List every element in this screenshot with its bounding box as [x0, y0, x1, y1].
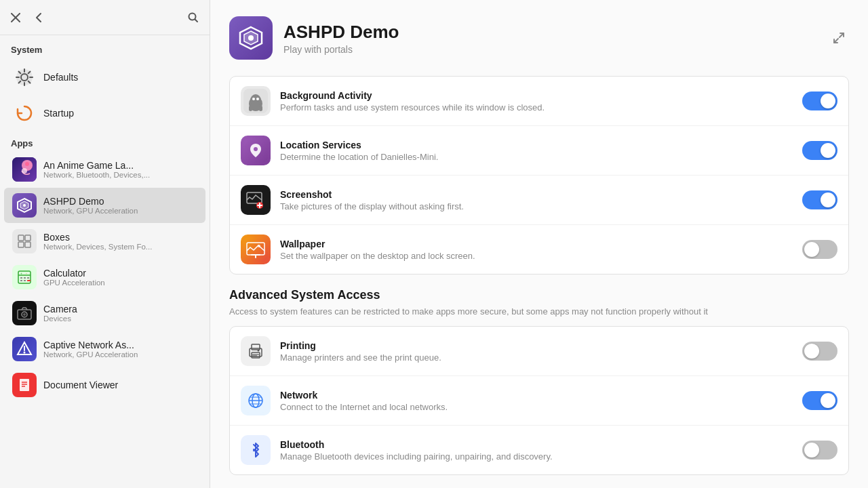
sidebar-item-document-viewer[interactable]: Document Viewer: [4, 367, 205, 403]
printing-row: Printing Manage printers and see the pri…: [230, 327, 848, 376]
printing-toggle-knob: [804, 344, 819, 359]
location-services-text: Location Services Determine the location…: [280, 140, 793, 162]
screenshot-text: Screenshot Take pictures of the display …: [280, 189, 793, 211]
svg-rect-57: [259, 106, 262, 111]
camera-text: Camera Devices: [43, 304, 77, 323]
printing-toggle[interactable]: [802, 342, 837, 361]
network-title: Network: [280, 390, 793, 401]
calculator-icon: + -: [12, 265, 37, 289]
defaults-text: Defaults: [43, 72, 78, 83]
app-title: ASHPD Demo: [283, 22, 399, 43]
apps-section-label: Apps: [0, 131, 210, 151]
wallpaper-icon: [241, 235, 271, 264]
background-activity-title: Background Activity: [280, 90, 793, 101]
sidebar: System Defaults: [0, 0, 210, 488]
svg-point-67: [258, 245, 260, 247]
printing-icon: [241, 336, 271, 366]
ashpd-text: ASHPD Demo Network, GPU Acceleration: [43, 196, 138, 215]
camera-title: Camera: [43, 304, 77, 314]
svg-point-55: [256, 98, 259, 100]
location-services-toggle[interactable]: [802, 141, 837, 160]
svg-line-3: [195, 19, 198, 22]
screenshot-row: Screenshot Take pictures of the display …: [230, 176, 848, 225]
back-button[interactable]: [31, 9, 47, 26]
svg-rect-70: [243, 339, 268, 363]
location-services-toggle-knob: [821, 143, 835, 158]
advanced-section-label: Advanced System Access: [229, 288, 849, 302]
location-services-title: Location Services: [280, 140, 793, 150]
anime-game-sub: Network, Bluetooth, Devices,...: [43, 171, 150, 179]
svg-point-76: [258, 350, 260, 352]
network-icon: [241, 386, 271, 415]
ashpd-sub: Network, GPU Acceleration: [43, 207, 138, 215]
app-header-text: ASHPD Demo Play with portals: [283, 22, 399, 55]
network-toggle-knob: [821, 393, 835, 408]
close-button[interactable]: [8, 10, 23, 25]
sidebar-item-boxes[interactable]: Boxes Network, Devices, System Fo...: [4, 224, 205, 259]
svg-rect-24: [25, 242, 31, 247]
location-services-desc: Determine the location of Danielles-Mini…: [280, 152, 793, 162]
calculator-text: Calculator GPU Acceleration: [43, 268, 105, 287]
sidebar-item-defaults[interactable]: Defaults: [4, 60, 205, 95]
advanced-permissions-group: Printing Manage printers and see the pri…: [229, 326, 849, 475]
permissions-group: Background Activity Perform tasks and us…: [229, 76, 849, 274]
svg-point-48: [248, 35, 254, 41]
search-button[interactable]: [185, 9, 201, 26]
boxes-sub: Network, Devices, System Fo...: [43, 243, 152, 251]
wallpaper-title: Wallpaper: [280, 239, 793, 249]
advanced-section-desc: Access to system features can be restric…: [229, 306, 849, 317]
anime-game-text: An Anime Game La... Network, Bluetooth, …: [43, 160, 150, 179]
sidebar-item-anime-game[interactable]: An Anime Game La... Network, Bluetooth, …: [4, 152, 205, 187]
sidebar-item-startup[interactable]: Startup: [4, 96, 205, 131]
bluetooth-toggle-knob: [804, 443, 819, 458]
system-section-label: System: [0, 35, 210, 59]
svg-point-17: [22, 168, 27, 174]
screenshot-toggle[interactable]: [802, 190, 837, 209]
anime-game-icon: [12, 157, 37, 182]
svg-rect-31: [27, 277, 29, 279]
svg-point-40: [24, 352, 26, 354]
captive-network-text: Captive Network As... Network, GPU Accel…: [43, 340, 138, 359]
background-activity-row: Background Activity Perform tasks and us…: [230, 77, 848, 126]
wallpaper-toggle-knob: [804, 242, 819, 257]
background-activity-icon: [241, 86, 271, 116]
network-toggle[interactable]: [802, 391, 837, 410]
network-desc: Connect to the Internet and local networ…: [280, 402, 793, 412]
calculator-title: Calculator: [43, 268, 105, 279]
svg-rect-22: [25, 235, 31, 241]
camera-icon: [12, 301, 37, 325]
defaults-icon: [12, 65, 37, 89]
boxes-text: Boxes Network, Devices, System Fo...: [43, 232, 152, 251]
svg-rect-21: [18, 235, 24, 241]
anime-game-title: An Anime Game La...: [43, 160, 150, 171]
sidebar-scroll: System Defaults: [0, 35, 210, 488]
sidebar-item-ashpd-demo[interactable]: ASHPD Demo Network, GPU Acceleration: [4, 188, 205, 223]
wallpaper-toggle[interactable]: [802, 240, 837, 259]
sidebar-item-calculator[interactable]: + - Calculator GPU Acceleration: [4, 260, 205, 295]
expand-button[interactable]: [829, 28, 849, 48]
bluetooth-desc: Manage Bluetooth devices including pairi…: [280, 451, 793, 462]
sidebar-item-camera[interactable]: Camera Devices: [4, 296, 205, 331]
background-activity-toggle[interactable]: [802, 92, 837, 110]
network-row: Network Connect to the Internet and loca…: [230, 376, 848, 426]
bluetooth-toggle[interactable]: [802, 441, 837, 460]
svg-point-53: [250, 94, 261, 106]
screenshot-icon: [241, 185, 271, 215]
printing-title: Printing: [280, 340, 793, 351]
app-header: ASHPD Demo Play with portals: [229, 16, 849, 60]
wallpaper-row: Wallpaper Set the wallpaper on the deskt…: [230, 225, 848, 274]
printing-desc: Manage printers and see the print queue.: [280, 352, 793, 363]
svg-rect-56: [249, 106, 252, 111]
location-services-icon: [241, 136, 271, 165]
app-header-icon: [229, 16, 273, 60]
ashpd-title: ASHPD Demo: [43, 196, 138, 207]
svg-point-20: [23, 204, 26, 207]
screenshot-desc: Take pictures of the display without ask…: [280, 201, 793, 211]
svg-point-54: [252, 98, 255, 100]
defaults-title: Defaults: [43, 72, 78, 83]
captive-network-icon: [12, 337, 37, 361]
svg-rect-33: [24, 280, 26, 281]
bluetooth-title: Bluetooth: [280, 439, 793, 450]
svg-rect-30: [24, 277, 26, 279]
sidebar-item-captive-network[interactable]: Captive Network As... Network, GPU Accel…: [4, 331, 205, 367]
